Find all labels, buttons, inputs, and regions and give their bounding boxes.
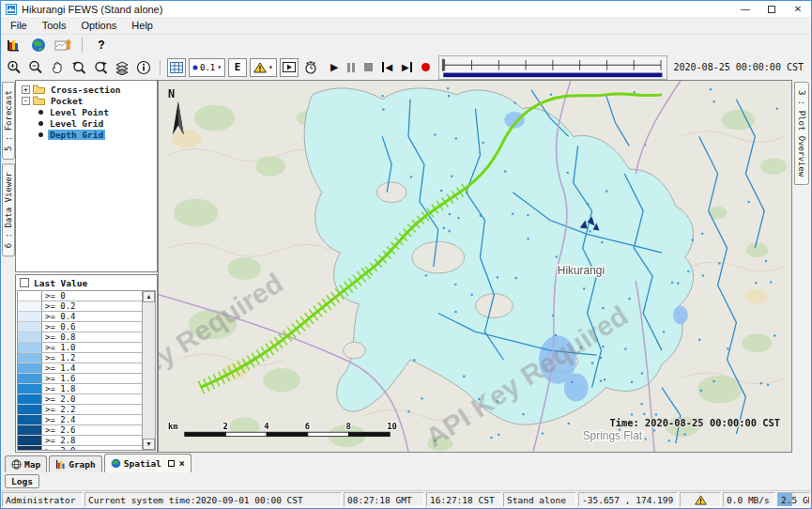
contour-threshold-dropdown[interactable]: 0.1 ▾ (189, 58, 225, 77)
legend-swatch (18, 374, 42, 384)
menu-help[interactable]: Help (124, 18, 161, 33)
step-forward-button[interactable]: ▶ (402, 62, 412, 72)
wire-globe-icon (11, 459, 22, 470)
legend-row: >= 1.2 (18, 353, 142, 363)
status-bar: AdministratorCurrent system time:2020-09… (1, 490, 811, 508)
animation-settings-button[interactable] (301, 58, 320, 77)
status-cell-16-27-18-cst: 16:27:18 CST (426, 492, 501, 507)
tab-maximize-icon[interactable] (168, 460, 175, 467)
legend-row: >= 0.4 (18, 312, 142, 322)
map-viewport[interactable]: API Key Required API Key Required Hikura… (158, 80, 792, 453)
tab-close-icon[interactable]: × (179, 458, 185, 469)
legend-label: >= 2.0 (42, 394, 142, 405)
current-time-label: 2020-08-25 00:00:00 CST (670, 62, 807, 72)
map-time-label: Time: 2020-08-25 00:00:00 CST (609, 417, 780, 428)
tab-map[interactable]: Map (5, 455, 47, 472)
tree-item-level-point[interactable]: Level Point (16, 106, 157, 117)
map-display-button[interactable] (29, 36, 48, 54)
stop-button[interactable] (364, 63, 373, 71)
play-box-icon (283, 62, 296, 72)
side-tab-plot-overview[interactable]: 3 : Plot Overview (794, 82, 809, 185)
pan-hand-icon (50, 60, 65, 75)
legend-swatch (18, 322, 42, 332)
zoom-next-button[interactable] (91, 58, 110, 77)
tree-item-level-grid[interactable]: Level Grid (16, 117, 157, 129)
legend-row: >= 3.0 (18, 446, 142, 450)
grid-display-button[interactable] (167, 58, 186, 77)
menu-file[interactable]: File (3, 18, 35, 33)
tree-item-cross-section[interactable]: +Cross-section (16, 84, 157, 95)
bullet-icon (38, 132, 43, 137)
menu-tools[interactable]: Tools (35, 18, 74, 33)
place-label-springs-flat: Springs Flat (583, 429, 643, 442)
tab-label: Graph (69, 459, 96, 470)
zoom-next-icon (93, 60, 108, 75)
legend-label: >= 1.4 (42, 363, 142, 374)
legend-swatch (18, 425, 42, 436)
side-tab-data-viewer[interactable]: 6 : Data Viewer (2, 163, 15, 256)
collapse-icon[interactable]: - (22, 97, 30, 105)
app-logo-icon (6, 4, 17, 15)
title-bar[interactable]: Hikurangi FEWS (Stand alone) — ✕ (1, 1, 811, 17)
timer-icon (303, 60, 318, 75)
close-button[interactable]: ✕ (785, 1, 811, 17)
tab-label: Map (24, 459, 40, 470)
tab-spatial[interactable]: Spatial× (104, 454, 192, 472)
database-explorer-button[interactable] (5, 36, 23, 54)
legend-row: >= 1.8 (18, 384, 142, 394)
zoom-previous-icon (71, 60, 86, 75)
toolbar-separator (160, 60, 161, 75)
legend-label: >= 1.2 (42, 353, 142, 363)
bullet-icon (38, 121, 43, 126)
info-button[interactable] (134, 58, 153, 77)
legend-swatch (18, 436, 42, 446)
logs-button[interactable]: Logs (5, 474, 39, 488)
record-button[interactable] (421, 63, 430, 71)
tab-graph[interactable]: Graph (49, 455, 102, 472)
tree-item-pocket[interactable]: -Pocket (16, 95, 157, 106)
help-button[interactable]: ? (92, 36, 111, 54)
scroll-down-icon[interactable]: ▼ (143, 439, 155, 450)
map-canvas[interactable]: API Key Required API Key Required Hikura… (159, 81, 791, 452)
legend-scrollbar[interactable]: ▲ ▼ (142, 291, 155, 450)
globe-icon (31, 38, 46, 53)
legend-label: >= 2.2 (42, 405, 142, 415)
thresholds-warning-dropdown[interactable]: ▾ (250, 58, 277, 77)
time-slider-track[interactable] (439, 56, 666, 79)
legend-swatch (18, 394, 42, 405)
pause-button[interactable] (347, 63, 355, 72)
side-tab-forecast[interactable]: 5 : Forecast (2, 82, 15, 160)
step-back-button[interactable]: ◀ (382, 62, 392, 72)
map-toolbar: 0.1 ▾ E ▾ ▶ ◀ ▶ 2020-08-25 00:00:00 CST (1, 54, 811, 80)
legend-swatch (18, 446, 42, 450)
labels-toggle-button[interactable]: E (228, 58, 247, 77)
play-button[interactable]: ▶ (330, 61, 338, 73)
scroll-up-icon[interactable]: ▲ (143, 291, 155, 302)
legend-swatch (18, 405, 42, 415)
main-area: 5 : Forecast6 : Data Viewer +Cross-secti… (1, 80, 811, 453)
scale-tick-label: 4 (264, 422, 268, 431)
scale-segment (225, 432, 267, 436)
legend-label: >= 2.8 (42, 436, 142, 446)
expand-icon[interactable]: + (22, 85, 30, 94)
pan-button[interactable] (48, 58, 67, 77)
status-cell-administrator: Administrator (2, 492, 83, 507)
zoom-previous-button[interactable] (69, 58, 88, 77)
minimize-button[interactable]: — (732, 1, 758, 17)
last-value-checkbox[interactable] (20, 278, 29, 287)
tree-item-depth-grid[interactable]: Depth Grid (16, 129, 157, 140)
time-slider[interactable] (438, 55, 667, 80)
menu-options[interactable]: Options (73, 18, 124, 33)
status-cell-stand-alone: Stand alone (503, 492, 576, 507)
zoom-in-button[interactable] (5, 58, 23, 77)
spatial-display-button[interactable] (54, 36, 72, 54)
legend-swatch (18, 415, 42, 425)
left-tab-strip: 5 : Forecast6 : Data Viewer (1, 80, 15, 453)
layers-button[interactable] (113, 58, 131, 77)
zoom-out-button[interactable] (26, 58, 45, 77)
animation-window-button[interactable] (280, 58, 299, 77)
tree-item-label: Cross-section (49, 85, 122, 95)
window-title: Hikurangi FEWS (Stand alone) (22, 4, 732, 15)
scale-tick-label: 2 (222, 422, 227, 431)
maximize-button[interactable] (758, 1, 785, 17)
